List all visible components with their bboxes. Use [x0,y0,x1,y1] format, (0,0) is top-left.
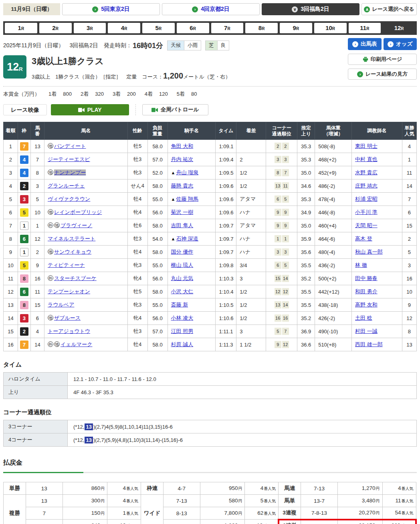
payout-popularity: 10番人気 [107,520,141,524]
jockey-link[interactable]: 藤懸 貴志 [171,183,194,189]
results-header-cell: コーナー 通過順位 [266,122,297,140]
trainer-link[interactable]: 西田 雄一郎 [355,341,383,347]
race-tab-3r[interactable]: 3R [74,23,106,33]
trainer-link[interactable]: 中村 直也 [355,156,378,162]
race-tab-12r[interactable]: 12R [383,23,415,33]
cell-horse-number: 8 [30,166,44,179]
trainer-link[interactable]: 和田 勇介 [355,288,378,294]
trainer-link[interactable]: 秋山 真一郎 [355,249,383,255]
jockey-link[interactable]: 丸山 元気 [171,275,194,281]
jockey-link[interactable]: 杉原 誠人 [171,341,194,347]
horse-name-link[interactable]: バンディート [54,143,86,149]
jockey-link[interactable]: 角田 大和 [171,143,194,149]
trainer-link[interactable]: 村田 一誠 [355,328,378,334]
jockey-link[interactable]: 斎藤 新 [171,302,188,308]
race-tab-1r[interactable]: 1R [5,23,37,33]
horse-name-link[interactable]: マイネルステラート [48,236,95,242]
payout-amount-value: 840 [91,522,101,524]
results-header-cell: 負担 重量 [147,122,168,140]
trainer-link[interactable]: 高野 友和 [355,302,378,308]
jockey-link[interactable]: 吉田 隼人 [171,222,194,228]
horse-name-link[interactable]: サンウイキョウ [54,249,91,255]
jockey-link[interactable]: 小沢 大仁 [171,288,194,294]
trainer-link[interactable]: 林 徹 [355,262,367,268]
race-tab-9r[interactable]: 9R [280,23,312,33]
meeting-tab[interactable]: ›5回東京2日 [62,3,160,15]
meeting-tab[interactable]: ∨3回福島2日 [262,3,359,15]
race-tab-5r[interactable]: 5R [142,23,175,33]
start-time-value: 16時01分 [133,41,163,50]
horse-name-link[interactable]: トーアジョウトウ [48,328,90,334]
jockey-link[interactable]: 小林 凌大 [171,315,194,321]
results-table: 着順枠馬 番馬名性齢負担 重量騎手名タイム着差コーナー 通過順位推定 上り馬体重… [3,122,417,351]
print-page-button[interactable]: 印刷用ページ [348,54,417,65]
horse-name-link[interactable]: ザブルース [54,315,81,321]
cell-win-favorite: 10 [402,285,416,298]
jockey-link[interactable]: 国分 優作 [171,249,194,255]
play-button[interactable]: PLAY [51,104,129,115]
trainer-link[interactable]: 杉浦 宏昭 [355,196,378,202]
trainer-link[interactable]: 田中 勝春 [355,275,378,281]
back-to-race-select-button[interactable]: ∧ レース選択へ戻る [361,3,417,15]
cell-time: 1:09.6 [216,206,236,219]
trainer-link[interactable]: 庄野 靖志 [355,183,378,189]
horse-name-link[interactable]: テンプーシャオン [48,288,90,294]
corner-order-prefix: (*12, [73,437,84,443]
trainer-link[interactable]: 東田 明士 [355,143,378,149]
race-title-block: 3歳以上1勝クラス 3歳以上 1勝クラス（混合）［指定］ 定量 コース：1,20… [32,55,230,81]
race-tab-8r[interactable]: 8R [245,23,278,33]
odds-button[interactable]: › オッズ [384,38,417,50]
trainer-link[interactable]: 水野 貴広 [355,169,378,175]
race-tab-2r[interactable]: 2R [39,23,72,33]
jockey-link[interactable]: 佐藤 翔馬 [176,196,198,202]
horse-name-link[interactable]: イェルマーク [61,341,93,347]
race-tab-11r[interactable]: 11R [349,23,381,33]
horse-name-link[interactable]: レインボーブリッジ [54,209,102,215]
payout-row: 単勝13860円4番人気枠連4-7950円4番人気馬連7-131,270円4番人… [4,482,416,495]
horse-name-link[interactable]: ティピティーナ [48,262,85,268]
cell-bracket: 6 [18,285,30,298]
trainer-link[interactable]: 天間 昭一 [355,222,378,228]
race-tab-7r[interactable]: 7R [211,23,244,33]
meeting-tab[interactable]: ›4回京都2日 [162,3,260,15]
cell-trainer: 田中 勝春 [352,272,402,285]
payout-popularity-value: 19 [257,522,263,524]
payout-popularity-value: 4 [260,485,264,491]
horse-name-link[interactable]: ヴィヴァクラウン [48,196,90,202]
trainer-link[interactable]: 高木 登 [355,236,372,242]
cell-jockey: 江田 照男 [168,325,216,338]
horse-name-link[interactable]: スターチスブーケ [54,275,97,281]
horse-name-link[interactable]: ナンナンプー [54,169,86,175]
horse-name-link[interactable]: グランルーチェ [48,183,85,189]
jockey-link[interactable]: 石神 深道 [176,236,198,242]
horse-name-link[interactable]: ブラヴィーノ [61,222,93,228]
race-tab-6r[interactable]: 6R [177,23,209,33]
payout-underline-accent [3,472,83,473]
meeting-tab-label: 5回東京2日 [101,6,130,13]
cell-weight-carried: 55.0 [147,259,168,272]
payout-amount: 300円 [63,495,107,507]
jockey-link[interactable]: 菊沢 一樹 [171,209,194,215]
race-tab-10r[interactable]: 10R [314,23,347,33]
winner-number-highlight: 13 [85,423,93,430]
entries-button[interactable]: › 出馬表 [348,38,382,50]
jockey-link[interactable]: 江田 照男 [171,328,194,334]
jockey-link[interactable]: 舟山 瑠泉 [176,169,198,175]
cell-bracket: 3 [18,312,30,325]
horse-name-link[interactable]: ラウルベア [48,302,75,308]
race-tab-4r[interactable]: 4R [108,23,140,33]
trainer-link[interactable]: 土田 稔 [355,315,372,321]
yen-suffix: 円 [376,486,380,491]
cell-trainer: 庄野 靖志 [352,179,402,193]
cell-time: 1:10.5 [216,298,236,312]
cell-weight-carried: 56.0 [147,206,168,219]
trainer-link[interactable]: 小手川 準 [355,209,378,215]
horse-name-link[interactable]: ジーティーエスピ [48,156,90,162]
jockey-link[interactable]: 丹内 祐次 [171,156,194,162]
patrol-video-button[interactable]: 全周パトロール [142,104,208,115]
cell-bracket: 3 [18,193,30,206]
payout-popularity-value: 4 [123,498,126,504]
jockey-link[interactable]: 横山 琉人 [171,262,194,268]
results-guide-button[interactable]: › レース結果の見方 [348,69,417,80]
cell-margin: 1/2 [236,179,266,193]
